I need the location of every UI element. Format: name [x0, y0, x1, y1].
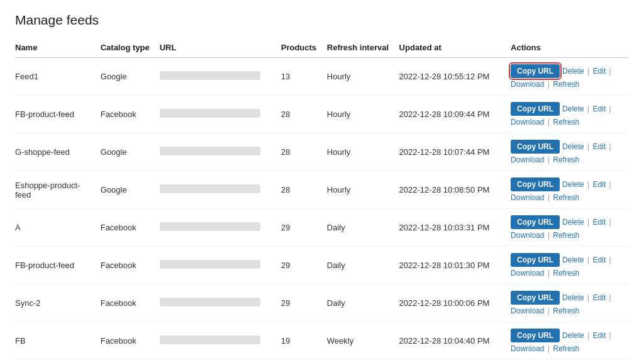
delete-link[interactable]: Delete — [562, 218, 584, 227]
download-link[interactable]: Download — [511, 231, 544, 240]
feed-name: Sync-2 — [15, 284, 101, 322]
refresh-link[interactable]: Refresh — [553, 193, 579, 202]
product-count: 29 — [281, 247, 327, 284]
feed-url — [160, 322, 281, 360]
download-link[interactable]: Download — [511, 193, 544, 202]
actions-cell: Copy URLDelete | Edit |Download | Refres… — [511, 247, 629, 284]
updated-at: 2022-12-28 10:07:44 PM — [399, 133, 511, 171]
catalog-type: Facebook — [101, 284, 160, 322]
col-header-name: Name — [15, 38, 101, 58]
actions-cell: Copy URLDelete | Edit |Download | Refres… — [511, 58, 629, 96]
updated-at: 2022-12-28 10:04:40 PM — [399, 322, 511, 360]
edit-link[interactable]: Edit — [593, 256, 606, 264]
table-row: G-shoppe-feedGoogle28Hourly2022-12-28 10… — [15, 133, 629, 171]
table-row: AFacebook29Daily2022-12-28 10:03:31 PMCo… — [15, 209, 629, 247]
catalog-type: Facebook — [101, 247, 160, 284]
col-header-updated-at: Updated at — [399, 38, 511, 58]
download-link[interactable]: Download — [511, 80, 544, 89]
catalog-type: Facebook — [101, 209, 160, 247]
feed-url — [160, 171, 281, 209]
table-header-row: Name Catalog type URL Products Refresh i… — [15, 38, 629, 58]
table-row: Feed1Google13Hourly2022-12-28 10:55:12 P… — [15, 58, 629, 96]
feed-url — [160, 96, 281, 133]
product-count: 29 — [281, 209, 327, 247]
edit-link[interactable]: Edit — [593, 67, 606, 76]
refresh-interval: Hourly — [327, 96, 399, 133]
download-link[interactable]: Download — [511, 344, 544, 353]
edit-link[interactable]: Edit — [593, 104, 606, 113]
copy-url-button[interactable]: Copy URL — [511, 253, 560, 267]
copy-url-button[interactable]: Copy URL — [511, 102, 560, 116]
feed-url — [160, 209, 281, 247]
actions-cell: Copy URLDelete | Edit |Download | Refres… — [511, 209, 629, 247]
delete-link[interactable]: Delete — [562, 180, 584, 189]
updated-at: 2022-12-28 10:03:31 PM — [399, 209, 511, 247]
catalog-type: Google — [101, 133, 160, 171]
copy-url-button[interactable]: Copy URL — [511, 291, 560, 305]
product-count: 13 — [281, 58, 327, 96]
catalog-type: Google — [101, 171, 160, 209]
copy-url-button[interactable]: Copy URL — [511, 177, 560, 191]
edit-link[interactable]: Edit — [593, 142, 606, 151]
feed-name: FB-product-feed — [15, 96, 101, 133]
delete-link[interactable]: Delete — [562, 142, 584, 151]
updated-at: 2022-12-28 10:08:50 PM — [399, 171, 511, 209]
feed-url — [160, 58, 281, 96]
table-row: Eshoppe-product-feedGoogle28Hourly2022-1… — [15, 171, 629, 209]
product-count: 28 — [281, 171, 327, 209]
download-link[interactable]: Download — [511, 118, 544, 127]
refresh-link[interactable]: Refresh — [553, 118, 579, 127]
feed-url — [160, 247, 281, 284]
refresh-link[interactable]: Refresh — [553, 269, 579, 278]
table-row: FBFacebook19Weekly2022-12-28 10:04:40 PM… — [15, 322, 629, 360]
feeds-table: Name Catalog type URL Products Refresh i… — [15, 38, 629, 360]
feed-name: G-shoppe-feed — [15, 133, 101, 171]
delete-link[interactable]: Delete — [562, 293, 584, 302]
delete-link[interactable]: Delete — [562, 67, 584, 76]
copy-url-button[interactable]: Copy URL — [511, 215, 560, 229]
table-row: Sync-2Facebook29Daily2022-12-28 10:00:06… — [15, 284, 629, 322]
feed-name: A — [15, 209, 101, 247]
refresh-link[interactable]: Refresh — [553, 307, 579, 315]
updated-at: 2022-12-28 10:09:44 PM — [399, 96, 511, 133]
product-count: 19 — [281, 322, 327, 360]
feed-name: Eshoppe-product-feed — [15, 171, 101, 209]
download-link[interactable]: Download — [511, 269, 544, 278]
refresh-interval: Hourly — [327, 58, 399, 96]
refresh-interval: Hourly — [327, 171, 399, 209]
refresh-interval: Daily — [327, 284, 399, 322]
actions-cell: Copy URLDelete | Edit |Download | Refres… — [511, 322, 629, 360]
edit-link[interactable]: Edit — [593, 180, 606, 189]
copy-url-button[interactable]: Copy URL — [511, 64, 560, 78]
refresh-link[interactable]: Refresh — [553, 231, 579, 240]
table-row: FB-product-feedFacebook29Daily2022-12-28… — [15, 247, 629, 284]
actions-cell: Copy URLDelete | Edit |Download | Refres… — [511, 133, 629, 171]
download-link[interactable]: Download — [511, 307, 544, 315]
actions-cell: Copy URLDelete | Edit |Download | Refres… — [511, 171, 629, 209]
delete-link[interactable]: Delete — [562, 256, 584, 264]
copy-url-button[interactable]: Copy URL — [511, 329, 560, 342]
copy-url-button[interactable]: Copy URL — [511, 140, 560, 154]
col-header-refresh-interval: Refresh interval — [327, 38, 399, 58]
download-link[interactable]: Download — [511, 155, 544, 164]
refresh-link[interactable]: Refresh — [553, 155, 579, 164]
edit-link[interactable]: Edit — [593, 293, 606, 302]
delete-link[interactable]: Delete — [562, 331, 584, 340]
edit-link[interactable]: Edit — [593, 218, 606, 227]
catalog-type: Facebook — [101, 96, 160, 133]
refresh-interval: Weekly — [327, 322, 399, 360]
feed-name: Feed1 — [15, 58, 101, 96]
actions-cell: Copy URLDelete | Edit |Download | Refres… — [511, 284, 629, 322]
feed-url — [160, 133, 281, 171]
feed-url — [160, 284, 281, 322]
edit-link[interactable]: Edit — [593, 331, 606, 340]
updated-at: 2022-12-28 10:55:12 PM — [399, 58, 511, 96]
product-count: 28 — [281, 96, 327, 133]
col-header-catalog: Catalog type — [101, 38, 160, 58]
refresh-interval: Daily — [327, 209, 399, 247]
refresh-link[interactable]: Refresh — [553, 344, 579, 353]
refresh-link[interactable]: Refresh — [553, 80, 579, 89]
actions-cell: Copy URLDelete | Edit |Download | Refres… — [511, 96, 629, 133]
delete-link[interactable]: Delete — [562, 104, 584, 113]
feed-name: FB — [15, 322, 101, 360]
